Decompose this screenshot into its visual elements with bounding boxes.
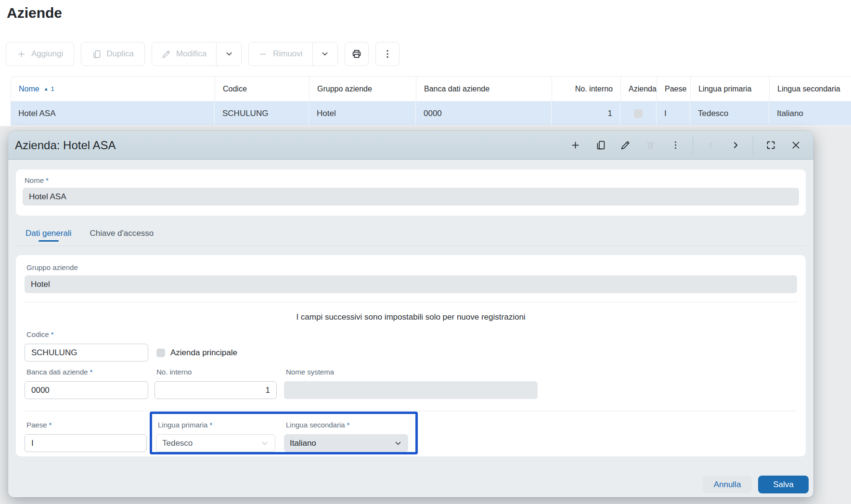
chevron-down-icon <box>225 50 233 58</box>
pencil-icon <box>162 50 171 59</box>
fullscreen-button[interactable] <box>761 135 781 155</box>
chevron-down-icon <box>260 439 269 448</box>
modal-delete-button[interactable] <box>640 135 660 155</box>
cell-paese: I <box>656 102 690 125</box>
cell-no-interno: 1 <box>551 102 620 125</box>
modal-more-options-button[interactable] <box>665 135 685 155</box>
remove-button[interactable]: Rimuovi <box>249 42 312 65</box>
close-button[interactable] <box>786 135 806 155</box>
codice-input[interactable] <box>25 344 148 362</box>
banca-dati-label: Banca dati aziende* <box>26 367 148 376</box>
duplicate-button-label: Duplica <box>106 49 134 59</box>
fullscreen-icon <box>766 140 776 150</box>
gruppo-aziende-field: Gruppo aziende <box>25 263 797 293</box>
remove-dropdown-button[interactable] <box>312 42 337 65</box>
nome-input[interactable] <box>23 188 799 206</box>
column-header-banca-dati[interactable]: Banca dati aziende <box>416 77 552 101</box>
add-button-label: Aggiungi <box>31 49 63 59</box>
column-header-nome[interactable]: Nome ▲ 1 <box>11 77 215 101</box>
column-header-lingua-secondaria[interactable]: Lingua secondaria <box>769 77 851 101</box>
column-header-paese[interactable]: Paese <box>657 77 690 101</box>
column-header-gruppo-aziende[interactable]: Gruppo aziende <box>309 77 416 101</box>
toolbar: Aggiungi Duplica Modifica Rimuovi <box>6 42 400 66</box>
column-header-lingua-primaria[interactable]: Lingua primaria <box>690 77 769 101</box>
no-interno-label: No. interno <box>156 367 277 376</box>
column-header-codice[interactable]: Codice <box>215 77 309 101</box>
company-detail-modal: Azienda: Hotel ASA <box>8 131 813 497</box>
previous-record-button[interactable] <box>700 135 721 155</box>
divider <box>25 411 797 411</box>
cell-lingua-primaria: Tedesco <box>690 102 769 125</box>
copy-icon <box>595 140 606 150</box>
add-button[interactable]: Aggiungi <box>6 42 74 66</box>
no-interno-field: No. interno <box>155 367 277 399</box>
edit-split-button: Modifica <box>152 42 242 66</box>
save-button[interactable]: Salva <box>758 476 809 493</box>
no-interno-input[interactable] <box>155 381 277 399</box>
edit-button-label: Modifica <box>176 49 206 59</box>
codice-field: Codice* <box>25 330 148 362</box>
column-header-no-interno[interactable]: No. interno <box>552 77 620 101</box>
modal-add-button[interactable] <box>565 135 585 155</box>
kebab-icon <box>670 140 681 150</box>
gruppo-aziende-input[interactable] <box>25 275 797 293</box>
plus-icon <box>17 50 26 59</box>
divider <box>753 136 753 155</box>
paese-input[interactable] <box>25 434 147 452</box>
tab-dati-generali[interactable]: Dati generali <box>26 229 71 246</box>
azienda-principale-checkbox[interactable] <box>156 349 165 357</box>
banca-dati-input[interactable] <box>25 381 148 399</box>
divider <box>693 136 693 155</box>
nome-card: Nome* <box>16 169 806 216</box>
chevron-right-icon <box>731 140 741 150</box>
sort-order-badge: 1 <box>51 85 54 92</box>
remove-button-label: Rimuovi <box>273 49 302 59</box>
banca-dati-field: Banca dati aziende* <box>25 367 148 399</box>
gruppo-aziende-label: Gruppo aziende <box>26 263 797 272</box>
lingua-secondaria-label: Lingua secondaria* <box>286 420 408 429</box>
more-options-button[interactable] <box>375 42 400 66</box>
nome-systema-label: Nome systema <box>286 367 538 376</box>
print-button[interactable] <box>345 42 369 66</box>
duplicate-button[interactable]: Duplica <box>81 42 145 66</box>
minus-icon <box>258 50 268 59</box>
table-row[interactable]: Hotel ASA SCHULUNG Hotel 0000 1 I Tedesc… <box>11 102 851 126</box>
cancel-button[interactable]: Annulla <box>703 476 752 493</box>
tab-chiave-daccesso[interactable]: Chiave d'accesso <box>90 229 154 246</box>
paese-field: Paese* <box>25 420 147 452</box>
tab-bar: Dati generali Chiave d'accesso <box>16 222 806 246</box>
lingua-secondaria-field: Lingua secondaria* Italiano <box>284 420 408 452</box>
edit-dropdown-button[interactable] <box>216 42 241 65</box>
general-data-card: Gruppo aziende I campi successivi sono i… <box>16 255 806 456</box>
lingua-primaria-field: Lingua primaria* Tedesco <box>156 420 275 452</box>
chevron-down-icon <box>394 439 402 448</box>
sort-asc-icon: ▲ <box>44 86 49 91</box>
new-record-notice: I campi successivi sono impostabili solo… <box>16 312 806 322</box>
cell-gruppo-aziende: Hotel <box>309 102 415 125</box>
cell-codice: SCHULUNG <box>214 102 309 125</box>
trash-icon <box>645 140 656 150</box>
remove-split-button: Rimuovi <box>248 42 337 66</box>
modal-title: Azienda: Hotel ASA <box>15 139 116 152</box>
azienda-principale-row-checkbox[interactable] <box>634 109 643 118</box>
modal-edit-button[interactable] <box>615 135 635 155</box>
lingua-primaria-select[interactable]: Tedesco <box>156 434 275 452</box>
nome-systema-field: Nome systema <box>284 367 538 399</box>
plus-icon <box>570 140 580 150</box>
cell-nome: Hotel ASA <box>11 102 214 125</box>
nome-systema-input[interactable] <box>284 381 538 399</box>
modal-actions <box>565 135 806 155</box>
lingua-secondaria-select[interactable]: Italiano <box>284 434 408 452</box>
table-header-row: Nome ▲ 1 Codice Gruppo aziende Banca dat… <box>11 76 851 102</box>
edit-button[interactable]: Modifica <box>152 42 216 65</box>
kebab-icon <box>382 49 393 59</box>
paese-label: Paese* <box>26 420 147 429</box>
next-record-button[interactable] <box>725 135 746 155</box>
close-icon <box>791 140 801 150</box>
page-title: Aziende <box>7 5 62 21</box>
azienda-principale-label: Azienda principale <box>170 348 237 358</box>
modal-header: Azienda: Hotel ASA <box>8 131 813 160</box>
cell-azienda-principale <box>620 102 656 125</box>
column-header-azienda[interactable]: Azienda <box>620 77 657 101</box>
modal-duplicate-button[interactable] <box>590 135 610 155</box>
